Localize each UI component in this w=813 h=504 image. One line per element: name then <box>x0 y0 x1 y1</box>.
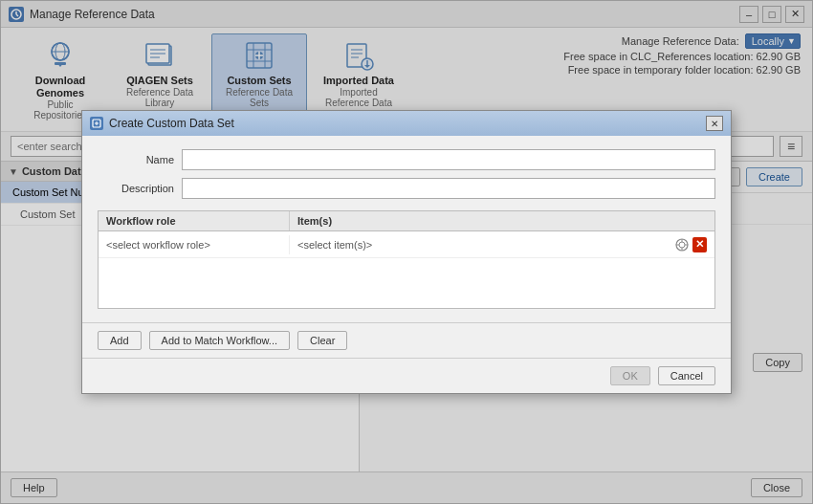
items-cell[interactable]: <select item(s)> <box>290 235 667 254</box>
actions-cell: ✕ <box>667 232 714 257</box>
dialog-icon <box>90 117 103 130</box>
col-items: Item(s) <box>290 211 714 230</box>
workflow-cell[interactable]: <select workflow role> <box>99 235 290 254</box>
edit-icon[interactable] <box>674 236 690 253</box>
clear-button[interactable]: Clear <box>297 331 347 350</box>
dialog-close-button[interactable]: ✕ <box>706 116 723 131</box>
create-custom-dataset-dialog: Create Custom Data Set ✕ Name Descriptio… <box>81 110 732 394</box>
add-button[interactable]: Add <box>98 331 142 350</box>
name-input[interactable] <box>182 149 715 170</box>
svg-point-40 <box>679 242 685 248</box>
dialog-body: Name Description Workflow role Item(s) <box>82 136 731 322</box>
table-body: <select workflow role> <select item(s)> <box>99 231 714 308</box>
description-row: Description <box>98 178 715 199</box>
dialog-title: Create Custom Data Set <box>109 117 234 130</box>
name-label: Name <box>98 154 174 165</box>
delete-icon[interactable]: ✕ <box>692 237 707 252</box>
table-row: <select workflow role> <select item(s)> <box>99 231 714 258</box>
name-row: Name <box>98 149 715 170</box>
dialog-title-bar: Create Custom Data Set ✕ <box>82 111 731 136</box>
col-workflow: Workflow role <box>99 211 290 230</box>
cancel-button[interactable]: Cancel <box>658 366 715 385</box>
description-label: Description <box>98 183 174 194</box>
dialog-overlay: Create Custom Data Set ✕ Name Descriptio… <box>1 1 812 503</box>
add-match-workflow-button[interactable]: Add to Match Workflow... <box>149 331 290 350</box>
workflow-table: Workflow role Item(s) <select workflow r… <box>98 210 715 309</box>
dialog-ok-cancel-footer: OK Cancel <box>82 358 731 393</box>
dialog-title-left: Create Custom Data Set <box>90 117 234 130</box>
main-window: Manage Reference Data – □ ✕ <box>0 0 813 504</box>
dialog-action-footer: Add Add to Match Workflow... Clear <box>82 322 731 358</box>
description-input[interactable] <box>182 178 715 199</box>
table-header: Workflow role Item(s) <box>99 211 714 231</box>
ok-button[interactable]: OK <box>610 366 650 385</box>
